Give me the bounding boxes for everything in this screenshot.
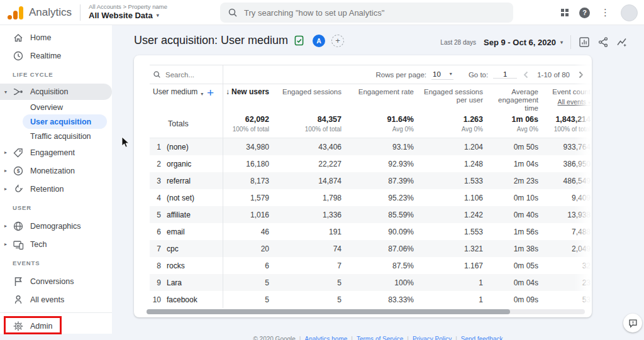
column-header-event-count[interactable]: Event count All events ▾	[540, 84, 592, 112]
goto-page-input[interactable]	[493, 70, 517, 79]
event-filter-link[interactable]: All events ▾	[558, 98, 591, 107]
account-switcher[interactable]: All Accounts > Property name All Website…	[89, 3, 167, 21]
section-label-events: EVENTS	[0, 253, 112, 272]
footer-link-analytics-home[interactable]: Analytics home	[296, 336, 347, 340]
scrollbar-thumb[interactable]	[147, 309, 510, 314]
cell-engaged-sessions-per-user: 1.167	[415, 257, 484, 274]
cell-new-users: 1,016	[223, 206, 270, 223]
totals-label: Totals	[150, 109, 223, 138]
chevron-down-icon: ▾	[201, 90, 203, 98]
sidebar-item-demographics[interactable]: ▸ Demographics	[0, 217, 112, 235]
table-row[interactable]: 3referral 8,173 14,874 87.39% 1.533 2m 2…	[150, 172, 592, 189]
goto-label: Go to:	[469, 71, 488, 79]
cell-new-users: 16,180	[223, 155, 270, 172]
sidebar-item-engagement[interactable]: ▸ Engagement	[0, 143, 112, 162]
column-header-new-users[interactable]: ↓ New users	[223, 84, 270, 112]
cell-engaged-sessions: 74	[270, 240, 343, 257]
row-rank: 2	[150, 160, 161, 168]
cell-engagement-rate: 87.06%	[343, 240, 415, 257]
totals-row: Totals 62,092100% of total 84,357100% of…	[150, 109, 592, 138]
prev-page-icon[interactable]	[522, 70, 531, 79]
cell-avg-engagement-time: 0m 40s	[484, 206, 540, 223]
footer-link-terms[interactable]: Terms of Service	[347, 336, 403, 340]
customize-report-icon[interactable]	[579, 36, 590, 48]
sidebar-item-monetization[interactable]: ▸ $ Monetization	[0, 162, 112, 180]
sidebar-item-overview[interactable]: Overview	[0, 100, 112, 114]
dimension-header[interactable]: User medium ▾ +	[150, 84, 223, 112]
cell-engagement-rate: 83.33%	[343, 291, 415, 308]
table-row[interactable]: 10facebook 5 5 83.33% 1 0m 09s 53	[150, 291, 592, 308]
cell-event-count: 933,764	[540, 138, 592, 155]
table-row[interactable]: 6email 46 191 90.09% 1.553 1m 56s 7,488	[150, 223, 592, 240]
column-header-engaged-sessions[interactable]: Engaged sessions	[270, 84, 343, 112]
table-row[interactable]: 2organic 16,180 22,227 92.93% 1.248 1m 0…	[150, 155, 592, 172]
cell-engaged-sessions: 43,406	[270, 138, 343, 155]
app-bar: Analytics All Accounts > Property name A…	[0, 0, 644, 25]
help-icon[interactable]: ?	[579, 8, 590, 18]
cell-engagement-rate: 95.23%	[343, 189, 415, 206]
analytics-logo-icon[interactable]	[8, 6, 23, 19]
cell-avg-engagement-time: 0m 50s	[484, 138, 540, 155]
sidebar-item-realtime[interactable]: Realtime	[0, 47, 112, 65]
search-icon	[228, 8, 238, 18]
report-saved-icon	[294, 35, 304, 46]
comparison-badge[interactable]: A	[313, 35, 325, 47]
more-menu-icon[interactable]: ⋮	[601, 7, 610, 18]
sidebar-item-user-acquisition[interactable]: User acquisition	[0, 114, 112, 129]
user-avatar[interactable]	[621, 4, 638, 21]
chevron-right-icon: ▸	[4, 223, 7, 229]
column-header-engaged-sessions-per-user[interactable]: Engaged sessions per user	[415, 84, 484, 112]
column-header-engagement-rate[interactable]: Engagement rate	[343, 84, 415, 112]
cell-new-users: 6	[223, 257, 270, 274]
clock-icon	[13, 50, 24, 62]
table-search-input[interactable]	[165, 71, 209, 79]
cell-event-count: 13,938	[540, 206, 592, 223]
footer-link-feedback[interactable]: Send feedback	[452, 336, 502, 340]
appbar-divider	[80, 4, 80, 21]
cell-engaged-sessions-per-user: 1.248	[415, 155, 484, 172]
insights-icon[interactable]	[616, 36, 628, 48]
sidebar-item-retention[interactable]: ▸ Retention	[0, 180, 112, 198]
sidebar-item-home[interactable]: Home	[0, 28, 112, 47]
cell-engaged-sessions: 7	[270, 257, 343, 274]
table-row[interactable]: 7cpc 20 74 87.06% 1.321 1m 38s 2,049	[150, 240, 592, 257]
sidebar-item-admin[interactable]: Admin	[0, 317, 112, 335]
date-range-picker[interactable]: Sep 9 - Oct 6, 2020 ▾	[484, 38, 563, 47]
cell-new-users: 34,980	[223, 138, 270, 155]
chevron-down-icon: ▾	[450, 71, 452, 77]
add-comparison-button[interactable]: +	[331, 35, 344, 47]
table-row[interactable]: 9Lara 5 5 100% 1 0m 04s 23	[150, 274, 592, 291]
cell-engaged-sessions: 191	[270, 223, 343, 240]
table-search[interactable]	[150, 65, 223, 84]
table-row[interactable]: 1(none) 34,980 43,406 93.1% 1.204 0m 50s…	[150, 138, 592, 155]
sidebar-item-tech[interactable]: ▸ Tech	[0, 235, 112, 253]
global-search-input[interactable]	[244, 8, 506, 18]
next-page-icon[interactable]	[576, 70, 585, 79]
table-row[interactable]: 5affiliate 1,016 1,336 85.59% 1.242 0m 4…	[150, 206, 592, 223]
cell-avg-engagement-time: 0m 09s	[484, 291, 540, 308]
table-row[interactable]: 8rocks 6 7 87.5% 1.167 0m 05s 32	[150, 257, 592, 274]
cell-engaged-sessions-per-user: 1.106	[415, 189, 484, 206]
row-rank: 8	[150, 261, 161, 270]
apps-grid-icon[interactable]	[561, 9, 569, 16]
column-header-avg-engagement-time[interactable]: Average engagement time	[484, 84, 540, 112]
horizontal-scrollbar[interactable]	[147, 309, 585, 314]
sidebar-item-traffic-acquisition[interactable]: Traffic acquisition	[0, 129, 112, 143]
sidebar-item-conversions[interactable]: Conversions	[0, 272, 112, 290]
sidebar-item-all-events[interactable]: All events	[0, 290, 112, 309]
chevron-right-icon: ▸	[4, 168, 7, 173]
footer-link-privacy[interactable]: Privacy Policy	[403, 336, 452, 340]
rows-per-page-select[interactable]: 10 ▾	[431, 70, 453, 80]
sidebar-item-acquisition[interactable]: ▾ Acquisition	[0, 84, 112, 100]
cell-avg-engagement-time: 2m 23s	[484, 172, 540, 189]
share-icon[interactable]	[597, 36, 609, 48]
feedback-button[interactable]	[623, 314, 642, 332]
cell-new-users: 46	[223, 223, 270, 240]
cell-engaged-sessions: 5	[270, 274, 343, 291]
page-footer: © 2020 GoogleAnalytics homeTerms of Serv…	[112, 336, 644, 340]
table-row[interactable]: 4(not set) 1,579 1,798 95.23% 1.106 0m 1…	[150, 189, 592, 206]
add-dimension-button[interactable]: +	[207, 88, 214, 98]
row-dimension: organic	[167, 160, 191, 168]
breadcrumb: All Accounts > Property name	[89, 3, 167, 11]
global-search[interactable]	[220, 3, 513, 23]
